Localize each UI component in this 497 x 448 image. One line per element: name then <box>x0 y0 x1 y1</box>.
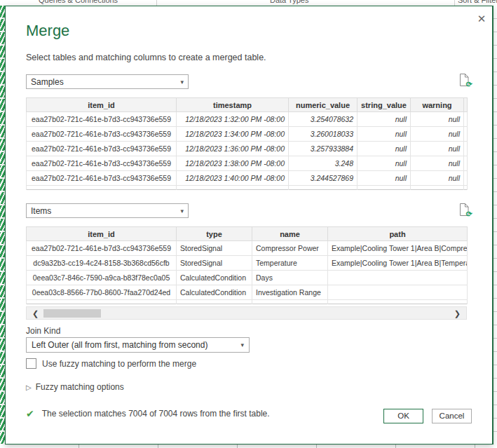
cell-numeric-value[interactable]: 3.248 <box>289 156 358 171</box>
cell-item-id[interactable]: eaa27b02-721c-461e-b7d3-cc943736e559 <box>27 241 177 256</box>
cell-type[interactable]: StoredSignal <box>177 256 252 271</box>
cell-type[interactable]: CalculatedCondition <box>177 285 252 300</box>
cell-timestamp[interactable]: 12/18/2023 1:38:00 PM -08:00 <box>177 156 289 171</box>
ribbon-divider <box>454 0 455 6</box>
table-row: eaa27b02-721c-461e-b7d3-cc943736e559 12/… <box>27 127 468 142</box>
cell-item-id[interactable]: 0eea03c8-8566-77b0-8600-7faa270d24ed <box>27 285 177 300</box>
items-col-type[interactable]: type <box>177 227 252 241</box>
table-row: eaa27b02-721c-461e-b7d3-cc943736e559 Sto… <box>27 241 468 256</box>
items-col-item-id[interactable]: item_id <box>27 227 177 241</box>
cell-string-value[interactable]: null <box>358 171 411 186</box>
ribbon-group-queries-connections: Queries & Connections <box>39 0 118 4</box>
table-filler-row <box>27 300 468 304</box>
items-col-path[interactable]: path <box>328 227 468 241</box>
cell-numeric-value[interactable]: 3.257933884 <box>289 142 358 156</box>
refresh-preview-icon[interactable]: ⟳ <box>458 73 470 87</box>
cancel-button[interactable]: Cancel <box>432 409 472 423</box>
items-col-name[interactable]: name <box>252 227 328 241</box>
table-row: dc9a32b3-cc19-4c24-8158-3b368cd56cfb Sto… <box>27 256 468 271</box>
cell-numeric-value[interactable]: 3.254078632 <box>289 112 358 127</box>
cell-warning[interactable]: null <box>411 171 464 186</box>
cell-path[interactable]: Example|Cooling Tower 1|Area B|Temperat <box>328 256 468 271</box>
chevron-down-icon: ▾ <box>180 79 184 86</box>
cell-string-value[interactable]: null <box>358 156 411 171</box>
scroll-right-icon[interactable]: ❯ <box>454 308 461 318</box>
chevron-down-icon: ▾ <box>180 208 184 215</box>
fuzzy-matching-label: Use fuzzy matching to perform the merge <box>42 359 196 369</box>
cell-item-id[interactable]: eaa27b02-721c-461e-b7d3-cc943736e559 <box>27 142 177 156</box>
table-row: eaa27b02-721c-461e-b7d3-cc943736e559 12/… <box>27 156 468 171</box>
expander-triangle-icon: ▷ <box>26 383 32 391</box>
samples-col-item-id[interactable]: item_id <box>27 98 177 112</box>
dialog-title: Merge <box>26 22 69 40</box>
samples-header-row: item_id timestamp numeric_value string_v… <box>27 98 468 112</box>
items-preview-table: item_id type name path eaa27b02-721c-461… <box>26 226 468 304</box>
cell-warning[interactable]: null <box>411 127 464 142</box>
cell-string-value[interactable]: null <box>358 127 411 142</box>
samples-col-string-value[interactable]: string_value <box>358 98 411 112</box>
table-row: eaa27b02-721c-461e-b7d3-cc943736e559 12/… <box>27 112 468 127</box>
close-icon[interactable]: ✕ <box>475 13 488 25</box>
ok-button[interactable]: OK <box>383 409 423 423</box>
cell-name[interactable]: Days <box>252 271 328 285</box>
cell-path[interactable] <box>328 271 468 285</box>
cell-string-value[interactable]: null <box>358 142 411 156</box>
cell-numeric-value[interactable]: 3.244527869 <box>289 171 358 186</box>
cell-item-id[interactable]: eaa27b02-721c-461e-b7d3-cc943736e559 <box>27 156 177 171</box>
check-icon: ✔ <box>26 408 34 419</box>
cell-warning[interactable]: null <box>411 112 464 127</box>
samples-col-timestamp[interactable]: timestamp <box>177 98 289 112</box>
cell-timestamp[interactable]: 12/18/2023 1:34:00 PM -08:00 <box>177 127 289 142</box>
match-status: ✔ The selection matches 7004 of 7004 row… <box>26 408 270 419</box>
cell-timestamp[interactable]: 12/18/2023 1:32:00 PM -08:00 <box>177 112 289 127</box>
cell-name[interactable]: Compressor Power <box>252 241 328 256</box>
refresh-preview-icon[interactable]: ⟳ <box>458 203 470 217</box>
samples-preview-table: item_id timestamp numeric_value string_v… <box>26 97 468 190</box>
cell-type[interactable]: CalculatedCondition <box>177 271 252 285</box>
ribbon-group-data-types: Data Types <box>270 0 308 4</box>
merge-dialog: ✕ Merge Select tables and matching colum… <box>5 6 493 444</box>
first-table-dropdown-value: Samples <box>31 77 64 87</box>
worksheet-left-edge <box>0 6 5 444</box>
table-row: 0eea03c7-846c-7590-a9ca-b83f78ec0a05 Cal… <box>27 271 468 285</box>
join-kind-dropdown[interactable]: Left Outer (all from first, matching fro… <box>26 337 250 353</box>
table-row: eaa27b02-721c-461e-b7d3-cc943736e559 12/… <box>27 171 468 186</box>
refresh-arrow-icon: ⟳ <box>466 80 472 89</box>
cell-name[interactable]: Investigation Range <box>252 285 328 300</box>
fuzzy-matching-checkbox[interactable] <box>26 358 36 369</box>
cell-item-id[interactable]: eaa27b02-721c-461e-b7d3-cc943736e559 <box>27 127 177 142</box>
scrollbar-thumb[interactable] <box>43 309 101 318</box>
worksheet-right-edge <box>493 6 497 444</box>
cell-item-id[interactable]: eaa27b02-721c-461e-b7d3-cc943736e559 <box>27 112 177 127</box>
cell-timestamp[interactable]: 12/18/2023 1:36:00 PM -08:00 <box>177 142 289 156</box>
table-filler-row <box>27 186 468 190</box>
fuzzy-matching-row: Use fuzzy matching to perform the merge <box>26 358 196 369</box>
items-header-row: item_id type name path <box>27 227 468 241</box>
cell-numeric-value[interactable]: 3.260018033 <box>289 127 358 142</box>
cell-item-id[interactable]: 0eea03c7-846c-7590-a9ca-b83f78ec0a05 <box>27 271 177 285</box>
ribbon-divider <box>156 0 157 6</box>
cell-path[interactable] <box>328 285 468 300</box>
scroll-left-icon[interactable]: ❮ <box>32 308 39 318</box>
samples-col-warning[interactable]: warning <box>411 98 464 112</box>
cell-path[interactable]: Example|Cooling Tower 1|Area B|Compress <box>328 241 468 256</box>
cell-string-value[interactable]: null <box>358 112 411 127</box>
cell-warning[interactable]: null <box>411 142 464 156</box>
cell-warning[interactable]: null <box>411 156 464 171</box>
refresh-arrow-icon: ⟳ <box>466 210 472 219</box>
items-horizontal-scrollbar[interactable]: ❮ ❯ <box>26 306 467 320</box>
dialog-subtitle: Select tables and matching columns to cr… <box>26 53 266 62</box>
cell-timestamp[interactable]: 12/18/2023 1:40:00 PM -08:00 <box>177 171 289 186</box>
second-table-dropdown[interactable]: Items ▾ <box>26 203 189 218</box>
fuzzy-options-expander[interactable]: ▷ Fuzzy matching options <box>26 382 124 392</box>
second-table-dropdown-value: Items <box>31 206 51 216</box>
cell-type[interactable]: StoredSignal <box>177 241 252 256</box>
samples-col-spacer <box>464 98 468 112</box>
samples-col-numeric-value[interactable]: numeric_value <box>289 98 358 112</box>
first-table-dropdown[interactable]: Samples ▾ <box>26 74 189 89</box>
join-kind-label: Join Kind <box>26 326 60 336</box>
table-row: 0eea03c8-8566-77b0-8600-7faa270d24ed Cal… <box>27 285 468 300</box>
cell-item-id[interactable]: dc9a32b3-cc19-4c24-8158-3b368cd56cfb <box>27 256 177 271</box>
cell-name[interactable]: Temperature <box>252 256 328 271</box>
cell-item-id[interactable]: eaa27b02-721c-461e-b7d3-cc943736e559 <box>27 171 177 186</box>
